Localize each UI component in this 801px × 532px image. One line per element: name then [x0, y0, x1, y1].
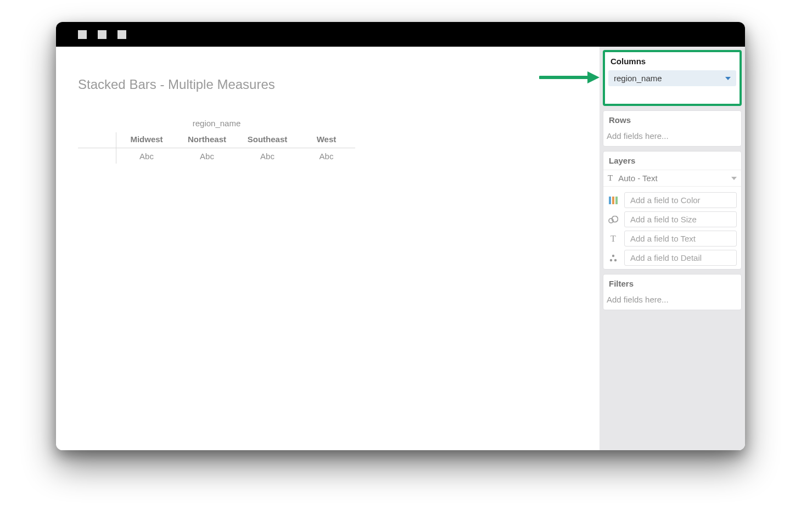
canvas-area: Stacked Bars - Multiple Measures region_… — [56, 47, 600, 450]
row-lead-cell — [78, 148, 116, 164]
filters-shelf-title: Filters — [603, 275, 741, 293]
window-titlebar — [56, 22, 745, 47]
text-type-icon: T — [608, 173, 613, 183]
rows-shelf[interactable]: Rows Add fields here... — [603, 110, 742, 147]
chevron-down-icon[interactable] — [725, 77, 731, 80]
table-cell: Abc — [116, 148, 177, 164]
app-window: Stacked Bars - Multiple Measures region_… — [56, 22, 745, 450]
size-icon — [608, 216, 619, 223]
table-cell: Abc — [177, 148, 237, 164]
rows-shelf-title: Rows — [603, 111, 741, 129]
field-pill-label: region_name — [614, 74, 662, 83]
color-encoding-row: Add a field to Color — [608, 192, 737, 208]
layers-panel-title: Layers — [603, 152, 741, 170]
detail-field-drop[interactable]: Add a field to Detail — [624, 250, 737, 266]
text-icon: T — [608, 234, 619, 244]
layers-panel: Layers T Auto - Text Add a field to Colo… — [603, 151, 742, 270]
window-control-icon[interactable] — [98, 30, 107, 39]
text-encoding-row: T Add a field to Text — [608, 231, 737, 247]
columns-shelf[interactable]: Columns region_name — [603, 50, 742, 106]
columns-shelf-title: Columns — [605, 52, 740, 70]
svg-rect-1 — [612, 197, 614, 204]
window-control-icon[interactable] — [78, 30, 87, 39]
detail-encoding-row: Add a field to Detail — [608, 250, 737, 266]
column-header: Northeast — [177, 132, 237, 148]
table-cell: Abc — [298, 148, 355, 164]
mark-type-label: Auto - Text — [618, 173, 657, 183]
mark-type-selector[interactable]: T Auto - Text — [603, 170, 741, 187]
column-header: Southeast — [237, 132, 298, 148]
sheet-title: Stacked Bars - Multiple Measures — [78, 77, 578, 92]
filters-shelf[interactable]: Filters Add fields here... — [603, 274, 742, 310]
table-row: Abc Abc Abc Abc — [78, 148, 355, 164]
size-encoding-row: Add a field to Size — [608, 211, 737, 227]
field-pill-region-name[interactable]: region_name — [608, 70, 736, 86]
svg-rect-2 — [615, 197, 618, 204]
window-control-icon[interactable] — [117, 30, 126, 39]
table-header-row: Midwest Northeast Southeast West — [78, 132, 355, 148]
config-sidebar: Columns region_name Rows Add fields here… — [600, 47, 745, 450]
chevron-down-icon[interactable] — [731, 177, 737, 180]
svg-point-6 — [610, 259, 612, 261]
size-field-drop[interactable]: Add a field to Size — [624, 211, 737, 227]
table-corner-cell — [78, 132, 116, 148]
app-body: Stacked Bars - Multiple Measures region_… — [56, 47, 745, 450]
mark-encodings: Add a field to Color Add a field to Size… — [603, 187, 741, 269]
color-field-drop[interactable]: Add a field to Color — [624, 192, 737, 208]
table-cell: Abc — [237, 148, 298, 164]
sidebar-spacer — [603, 315, 742, 447]
filters-placeholder: Add fields here... — [603, 293, 741, 310]
svg-point-5 — [612, 254, 614, 256]
rows-placeholder: Add fields here... — [603, 129, 741, 146]
table-field-header: region_name — [78, 119, 355, 132]
detail-icon — [608, 254, 619, 262]
svg-point-7 — [614, 259, 617, 261]
color-icon — [608, 197, 619, 204]
text-field-drop[interactable]: Add a field to Text — [624, 231, 737, 247]
svg-rect-0 — [609, 197, 611, 204]
data-preview-table: region_name Midwest Northeast Southeast … — [78, 119, 355, 164]
column-header: Midwest — [116, 132, 177, 148]
column-header: West — [298, 132, 355, 148]
